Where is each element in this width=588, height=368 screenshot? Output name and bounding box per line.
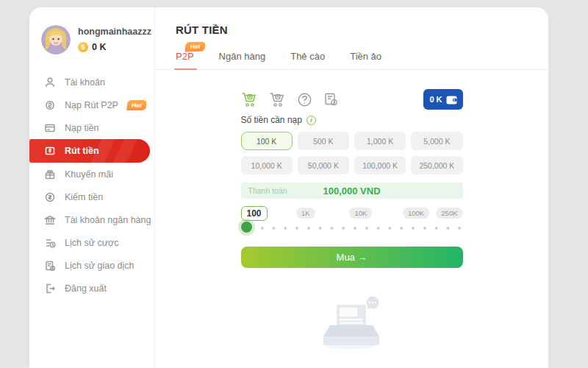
page-title: RÚT TIỀN [155, 24, 548, 36]
amount-option-50000k[interactable]: 50,000 K [298, 156, 349, 174]
logout-icon [43, 282, 56, 294]
wallet-icon [446, 95, 457, 105]
buy-button[interactable]: Mua → [241, 247, 463, 268]
payment-value: 100,000 VND [241, 185, 463, 197]
sidebar-item-account[interactable]: Tài khoản [29, 71, 154, 93]
purchase-form: 0 K Số tiền cần nạp i 100 K 500 K 1,000 … [241, 89, 463, 268]
tab-bar: P2P Hot Ngân hàng Thẻ cào Tiền ảo [155, 51, 548, 70]
order-history-icon[interactable] [323, 92, 339, 107]
sidebar-item-deposit[interactable]: Nạp tiền [29, 116, 154, 139]
sidebar-item-earn[interactable]: Kiếm tiền [29, 185, 154, 208]
sidebar-item-bank-account[interactable]: Tài khoản ngân hàng [29, 208, 154, 231]
empty-state: Hiện chưa có lệnh mua nào [155, 296, 548, 368]
empty-inbox-icon [314, 296, 390, 350]
user-icon [43, 76, 56, 88]
wallet-balance-button[interactable]: 0 K [423, 89, 462, 110]
bet-history-icon [43, 236, 56, 249]
slider-value: 100 [241, 206, 268, 221]
amount-option-5000k[interactable]: 5,000 K [411, 132, 462, 150]
avatar [41, 25, 71, 54]
sidebar-item-promotion[interactable]: Khuyến mãi [29, 163, 154, 185]
bank-account-icon [43, 213, 56, 226]
info-icon[interactable]: i [306, 116, 316, 125]
tab-p2p[interactable]: P2P Hot [176, 51, 194, 69]
tab-crypto[interactable]: Tiền ảo [350, 51, 381, 69]
transaction-history-icon [43, 259, 56, 272]
cart-plus-icon[interactable] [241, 91, 258, 108]
hot-badge: Hot [185, 42, 206, 52]
slider-mark-10k[interactable]: 10K [349, 208, 372, 219]
earn-money-icon [43, 191, 56, 203]
amount-option-250000k[interactable]: 250,000 K [411, 156, 462, 174]
slider-track[interactable] [245, 226, 462, 230]
balance: 0 K [92, 42, 106, 52]
slider-mark-250k[interactable]: 250K [436, 208, 462, 219]
promotion-icon [43, 168, 56, 180]
chat-bubble-icon [366, 297, 379, 310]
username: hongmainhaazzz [78, 26, 151, 37]
help-icon[interactable] [297, 92, 312, 107]
sidebar-item-p2p[interactable]: Nạp Rút P2P Hot [29, 93, 154, 116]
amount-slider: 100 1K 10K 100K 250K [241, 206, 463, 236]
slider-handle[interactable] [241, 222, 252, 233]
hot-badge: Hot [126, 100, 147, 110]
tab-scratch-card[interactable]: Thẻ cào [290, 51, 325, 69]
profile-block: hongmainhaazzz $ 0 K [29, 22, 154, 66]
withdraw-icon [43, 145, 56, 158]
p2p-icon [43, 99, 56, 111]
cart-minus-icon[interactable] [269, 91, 286, 108]
main-card: hongmainhaazzz $ 0 K Tài khoản Nạp Rút P… [29, 7, 548, 368]
sidebar-menu: Tài khoản Nạp Rút P2P Hot Nạp tiền Rút t… [29, 71, 154, 300]
coin-icon: $ [78, 42, 88, 52]
amount-option-500k[interactable]: 500 K [298, 132, 349, 150]
amount-label: Số tiền cần nạp [241, 115, 302, 125]
amount-option-100000k[interactable]: 100,000 K [354, 156, 406, 174]
sidebar-item-transaction-history[interactable]: Lịch sử giao dịch [29, 254, 154, 277]
amount-option-10000k[interactable]: 10,000 K [241, 156, 293, 174]
sidebar: hongmainhaazzz $ 0 K Tài khoản Nạp Rút P… [29, 7, 155, 368]
tab-bank[interactable]: Ngân hàng [219, 51, 266, 69]
sidebar-item-withdraw[interactable]: Rút tiền [29, 139, 150, 163]
amount-options: 100 K 500 K 1,000 K 5,000 K 10,000 K 50,… [241, 132, 463, 174]
deposit-icon [43, 121, 56, 134]
sidebar-item-logout[interactable]: Đăng xuất [29, 277, 154, 300]
sidebar-item-bet-history[interactable]: Lịch sử cược [29, 231, 154, 254]
slider-mark-1k[interactable]: 1K [296, 208, 315, 219]
main-content: RÚT TIỀN P2P Hot Ngân hàng Thẻ cào Tiền … [155, 7, 548, 368]
amount-option-100k[interactable]: 100 K [241, 132, 293, 150]
slider-mark-100k[interactable]: 100K [403, 208, 429, 219]
amount-option-1000k[interactable]: 1,000 K [354, 132, 406, 150]
payment-summary: Thanh toán 100,000 VND [241, 183, 463, 199]
